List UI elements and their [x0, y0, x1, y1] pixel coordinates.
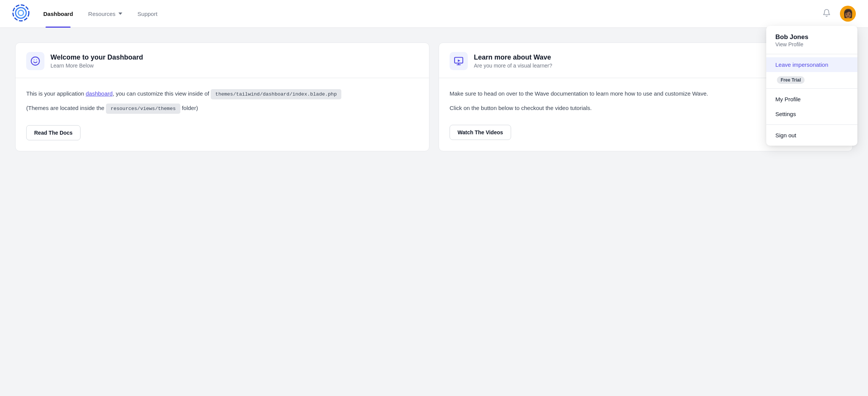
card-wave-header-text: Learn more about Wave Are you more of a …	[474, 53, 552, 69]
card-welcome-header-text: Welcome to your Dashboard Learn More Bel…	[51, 53, 143, 69]
card-welcome-subtitle: Learn More Below	[51, 63, 143, 69]
my-profile-item[interactable]: My Profile	[766, 92, 857, 107]
avatar-button[interactable]: 👩🏾	[840, 6, 856, 22]
card-wave-title: Learn more about Wave	[474, 53, 552, 61]
leave-impersonation-item[interactable]: Leave impersonation	[766, 57, 857, 72]
bell-button[interactable]	[819, 6, 834, 22]
logo	[12, 4, 30, 23]
svg-point-3	[31, 57, 39, 65]
main-content: Welcome to your Dashboard Learn More Bel…	[0, 27, 868, 163]
chevron-down-icon	[118, 13, 122, 15]
dropdown-divider-2	[766, 124, 857, 125]
cards-row: Welcome to your Dashboard Learn More Bel…	[15, 42, 853, 151]
code-snippet-1: themes/tailwind/dashboard/index.blade.ph…	[211, 89, 341, 99]
my-profile-label: My Profile	[775, 96, 801, 102]
nav-links: Dashboard Resources Support	[37, 8, 819, 20]
dashboard-link[interactable]: dashboard	[86, 90, 113, 97]
code-snippet-2: resources/views/themes	[106, 104, 180, 114]
card-welcome-body: This is your application dashboard, you …	[16, 78, 429, 151]
sign-out-label: Sign out	[775, 132, 796, 138]
navbar-right: 👩🏾	[819, 6, 856, 22]
card-wave-subtitle: Are you more of a visual learner?	[474, 63, 552, 69]
card-welcome-icon	[26, 52, 44, 70]
card-welcome-text1: This is your application dashboard, you …	[26, 89, 418, 99]
view-profile-link[interactable]: View Profile	[775, 41, 803, 47]
settings-item[interactable]: Settings	[766, 107, 857, 121]
card-welcome-title: Welcome to your Dashboard	[51, 53, 143, 61]
dropdown-divider	[766, 88, 857, 89]
dropdown-user-name: Bob Jones	[775, 33, 848, 41]
card-wave-icon	[450, 52, 468, 70]
nav-resources[interactable]: Resources	[82, 8, 128, 20]
navbar: Dashboard Resources Support 👩🏾	[0, 0, 868, 27]
card-welcome-text2: (Themes are located inside the resources…	[26, 103, 418, 113]
watch-videos-button[interactable]: Watch The Videos	[450, 125, 511, 140]
leave-impersonation-label: Leave impersonation	[775, 61, 828, 68]
card-welcome: Welcome to your Dashboard Learn More Bel…	[15, 42, 429, 151]
free-trial-item[interactable]: Free Trial	[766, 72, 857, 85]
avatar-emoji: 👩🏾	[843, 9, 853, 19]
card-welcome-header: Welcome to your Dashboard Learn More Bel…	[16, 43, 429, 78]
svg-point-2	[18, 10, 24, 16]
dropdown-user-info: Bob Jones View Profile	[766, 32, 857, 54]
free-trial-badge: Free Trial	[777, 76, 805, 84]
svg-marker-9	[458, 60, 461, 62]
nav-support[interactable]: Support	[131, 8, 164, 20]
svg-point-1	[16, 8, 26, 18]
settings-label: Settings	[775, 111, 796, 117]
sign-out-item[interactable]: Sign out	[766, 128, 857, 143]
read-docs-button[interactable]: Read The Docs	[26, 125, 80, 140]
user-dropdown-menu: Bob Jones View Profile Leave impersonati…	[766, 26, 857, 146]
nav-dashboard[interactable]: Dashboard	[37, 8, 79, 20]
